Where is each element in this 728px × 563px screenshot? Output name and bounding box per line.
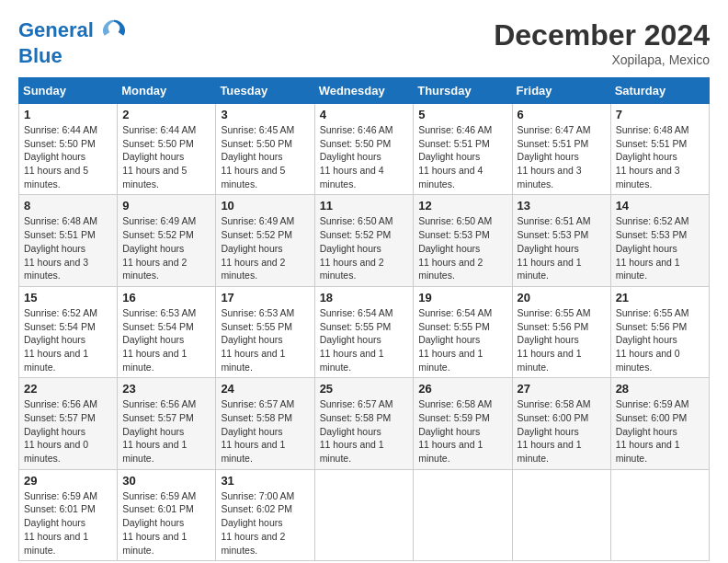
calendar-row: 15 Sunrise: 6:52 AM Sunset: 5:54 PM Dayl…: [19, 286, 710, 377]
logo-text: General: [18, 18, 127, 44]
sunset-label: Sunset: 5:58 PM: [221, 412, 292, 423]
sunset-label: Sunset: 5:51 PM: [616, 138, 688, 149]
sunrise-label: Sunrise: 6:50 AM: [418, 215, 492, 226]
day-number: 9: [122, 199, 210, 213]
sunset-label: Sunset: 6:00 PM: [616, 412, 688, 423]
title-area: December 2024 Xopilapa, Mexico: [494, 18, 710, 67]
calendar-table: Sunday Monday Tuesday Wednesday Thursday…: [18, 77, 710, 561]
table-row: 31 Sunrise: 7:00 AM Sunset: 6:02 PM Dayl…: [216, 469, 314, 560]
table-row: [314, 469, 414, 560]
daylight-value: 11 hours and 2 minutes.: [122, 257, 187, 282]
day-number: 7: [616, 108, 704, 121]
sunset-label: Sunset: 5:52 PM: [221, 229, 292, 240]
sunrise-label: Sunrise: 6:57 AM: [320, 398, 393, 409]
sunrise-label: Sunrise: 6:53 AM: [221, 307, 294, 318]
sunset-label: Sunset: 5:56 PM: [616, 321, 688, 332]
day-number: 30: [122, 474, 210, 488]
day-info: Sunrise: 6:57 AM Sunset: 5:58 PM Dayligh…: [320, 397, 409, 465]
daylight-label: Daylight hours: [24, 243, 85, 254]
daylight-label: Daylight hours: [24, 517, 85, 528]
sunrise-label: Sunrise: 7:00 AM: [221, 490, 294, 501]
sunset-label: Sunset: 5:52 PM: [320, 229, 392, 240]
daylight-label: Daylight hours: [24, 426, 85, 437]
table-row: 16 Sunrise: 6:53 AM Sunset: 5:54 PM Dayl…: [118, 286, 216, 377]
day-info: Sunrise: 6:59 AM Sunset: 6:01 PM Dayligh…: [24, 489, 112, 557]
sunrise-label: Sunrise: 6:55 AM: [518, 307, 591, 318]
daylight-value: 11 hours and 3 minutes.: [616, 165, 680, 190]
day-number: 5: [418, 108, 506, 121]
month-title: December 2024: [494, 18, 710, 52]
day-info: Sunrise: 6:47 AM Sunset: 5:51 PM Dayligh…: [518, 123, 606, 190]
daylight-value: 11 hours and 1 minute.: [221, 348, 285, 373]
sunset-label: Sunset: 5:55 PM: [320, 321, 392, 332]
sunrise-label: Sunrise: 6:46 AM: [418, 124, 492, 135]
logo-blue: Blue: [18, 44, 127, 68]
table-row: 19 Sunrise: 6:54 AM Sunset: 5:55 PM Dayl…: [414, 286, 512, 377]
table-row: 24 Sunrise: 6:57 AM Sunset: 5:58 PM Dayl…: [216, 378, 314, 469]
sunset-label: Sunset: 5:50 PM: [320, 138, 392, 149]
location: Xopilapa, Mexico: [494, 52, 710, 67]
table-row: 11 Sunrise: 6:50 AM Sunset: 5:52 PM Dayl…: [314, 195, 414, 286]
daylight-value: 11 hours and 1 minute.: [418, 348, 483, 373]
daylight-label: Daylight hours: [122, 243, 184, 254]
daylight-label: Daylight hours: [221, 334, 282, 345]
calendar-row: 22 Sunrise: 6:56 AM Sunset: 5:57 PM Dayl…: [19, 378, 710, 469]
day-number: 31: [221, 474, 309, 488]
daylight-value: 11 hours and 1 minute.: [518, 348, 582, 373]
day-number: 1: [24, 108, 112, 121]
day-number: 16: [122, 291, 210, 304]
sunset-label: Sunset: 5:52 PM: [122, 229, 194, 240]
table-row: 9 Sunrise: 6:49 AM Sunset: 5:52 PM Dayli…: [118, 195, 216, 286]
header-thursday: Thursday: [414, 78, 512, 104]
sunset-label: Sunset: 5:57 PM: [122, 412, 194, 423]
daylight-value: 11 hours and 0 minutes.: [24, 439, 88, 464]
daylight-value: 11 hours and 1 minute.: [320, 348, 384, 373]
table-row: 27 Sunrise: 6:58 AM Sunset: 6:00 PM Dayl…: [512, 378, 610, 469]
page-header: General Blue December 2024 Xopilapa, Mex…: [18, 18, 710, 68]
daylight-label: Daylight hours: [24, 334, 85, 345]
table-row: 12 Sunrise: 6:50 AM Sunset: 5:53 PM Dayl…: [414, 195, 512, 286]
sunrise-label: Sunrise: 6:52 AM: [24, 307, 97, 318]
day-info: Sunrise: 6:56 AM Sunset: 5:57 PM Dayligh…: [122, 397, 210, 465]
table-row: 29 Sunrise: 6:59 AM Sunset: 6:01 PM Dayl…: [19, 469, 118, 560]
daylight-value: 11 hours and 1 minute.: [122, 531, 187, 556]
daylight-value: 11 hours and 1 minute.: [24, 531, 88, 556]
day-number: 4: [320, 108, 409, 121]
day-number: 14: [616, 199, 704, 213]
table-row: 23 Sunrise: 6:56 AM Sunset: 5:57 PM Dayl…: [118, 378, 216, 469]
day-number: 17: [221, 291, 309, 304]
header-friday: Friday: [512, 78, 610, 104]
daylight-label: Daylight hours: [518, 243, 579, 254]
sunrise-label: Sunrise: 6:58 AM: [418, 398, 492, 409]
sunset-label: Sunset: 5:55 PM: [418, 321, 490, 332]
daylight-label: Daylight hours: [122, 426, 184, 437]
day-number: 23: [122, 382, 210, 396]
sunrise-label: Sunrise: 6:45 AM: [221, 124, 294, 135]
day-info: Sunrise: 6:50 AM Sunset: 5:53 PM Dayligh…: [418, 214, 506, 282]
sunrise-label: Sunrise: 6:51 AM: [518, 215, 591, 226]
day-info: Sunrise: 6:51 AM Sunset: 5:53 PM Dayligh…: [518, 214, 606, 282]
day-number: 26: [418, 382, 506, 396]
daylight-label: Daylight hours: [616, 151, 677, 162]
day-number: 8: [24, 199, 112, 213]
sunset-label: Sunset: 5:50 PM: [122, 138, 194, 149]
sunset-label: Sunset: 5:50 PM: [24, 138, 96, 149]
sunrise-label: Sunrise: 6:56 AM: [122, 398, 196, 409]
day-info: Sunrise: 6:45 AM Sunset: 5:50 PM Dayligh…: [221, 123, 309, 190]
day-number: 18: [320, 291, 409, 304]
daylight-value: 11 hours and 2 minutes.: [418, 257, 483, 282]
calendar-row: 8 Sunrise: 6:48 AM Sunset: 5:51 PM Dayli…: [19, 195, 710, 286]
table-row: [512, 469, 610, 560]
daylight-value: 11 hours and 5 minutes.: [221, 165, 285, 190]
sunrise-label: Sunrise: 6:49 AM: [122, 215, 196, 226]
daylight-label: Daylight hours: [418, 151, 480, 162]
sunset-label: Sunset: 5:53 PM: [418, 229, 490, 240]
day-info: Sunrise: 6:52 AM Sunset: 5:53 PM Dayligh…: [616, 214, 704, 282]
sunrise-label: Sunrise: 6:52 AM: [616, 215, 689, 226]
daylight-value: 11 hours and 4 minutes.: [320, 165, 384, 190]
sunset-label: Sunset: 5:50 PM: [221, 138, 292, 149]
table-row: 6 Sunrise: 6:47 AM Sunset: 5:51 PM Dayli…: [512, 104, 610, 195]
day-info: Sunrise: 6:57 AM Sunset: 5:58 PM Dayligh…: [221, 397, 309, 465]
daylight-label: Daylight hours: [24, 151, 85, 162]
table-row: 8 Sunrise: 6:48 AM Sunset: 5:51 PM Dayli…: [19, 195, 118, 286]
